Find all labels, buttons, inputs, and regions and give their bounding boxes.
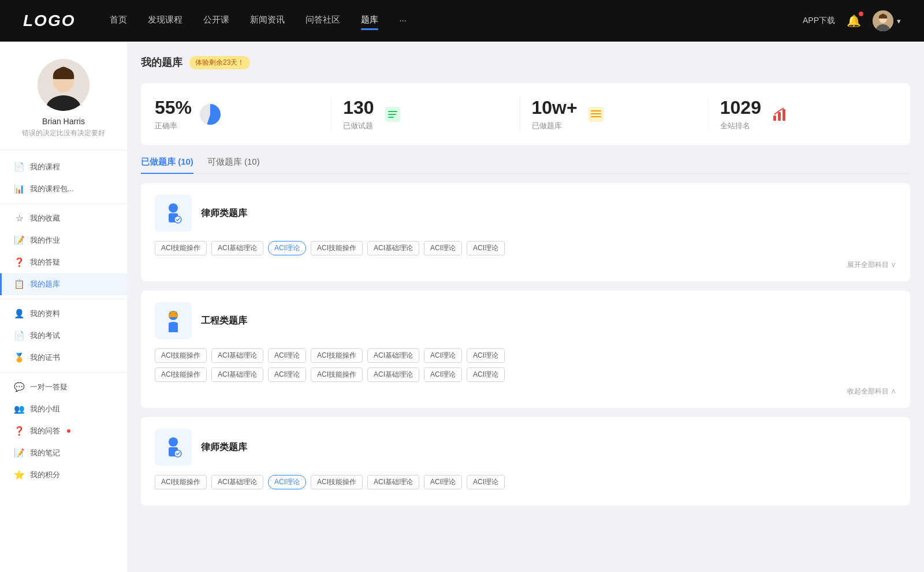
bank-name-lawyer-1: 律师类题库 (201, 207, 247, 220)
nav-links: 首页 发现课程 公开课 新闻资讯 问答社区 题库 ··· (110, 14, 803, 28)
tags-lawyer-1: ACI技能操作 ACI基础理论 ACI理论 ACI技能操作 ACI基础理论 AC… (155, 241, 896, 255)
sidebar-item-favorites[interactable]: ☆ 我的收藏 (0, 207, 127, 229)
tag-1-5[interactable]: ACI基础理论 (367, 241, 419, 255)
tag-1-7[interactable]: ACI理论 (467, 241, 505, 255)
tag-2-13[interactable]: ACI理论 (424, 367, 462, 382)
stat-done-questions: 130 已做试题 (331, 97, 520, 131)
tag-1-1[interactable]: ACI技能操作 (155, 241, 207, 255)
sidebar-item-profile[interactable]: 👤 我的资料 (0, 303, 127, 325)
sidebar-label-cert: 我的证书 (30, 352, 60, 363)
bank-header-engineer: 工程类题库 (155, 302, 896, 339)
done-b-label: 已做题库 (532, 121, 578, 131)
tag-2-8[interactable]: ACI技能操作 (155, 367, 207, 382)
sidebar-item-qa[interactable]: ❓ 我的答疑 (0, 251, 127, 273)
tag-2-2[interactable]: ACI基础理论 (211, 348, 263, 363)
tab-done-banks[interactable]: 已做题库 (10) (141, 157, 193, 173)
nav-more[interactable]: ··· (399, 15, 407, 27)
collapse-btn-engineer[interactable]: 收起全部科目 ∧ (155, 387, 896, 396)
tag-1-6[interactable]: ACI理论 (424, 241, 462, 255)
sidebar-item-notes[interactable]: 📝 我的笔记 (0, 442, 127, 464)
trial-badge: 体验剩余23天！ (189, 56, 250, 69)
nav-discover[interactable]: 发现课程 (148, 14, 182, 28)
tag-2-1[interactable]: ACI技能操作 (155, 348, 207, 363)
lawyer-icon-2 (155, 429, 192, 466)
tag-2-12[interactable]: ACI基础理论 (367, 367, 419, 382)
user-avatar-menu[interactable]: ▾ (873, 10, 901, 31)
logo[interactable]: LOGO (23, 12, 75, 30)
sidebar-label-profile: 我的资料 (30, 309, 60, 319)
sidebar-item-one-on-one[interactable]: 💬 一对一答疑 (0, 376, 127, 398)
expand-btn-lawyer-1[interactable]: 展开全部科目 ∨ (155, 260, 896, 270)
engineer-icon (155, 302, 192, 339)
lawyer-icon-1 (155, 195, 192, 232)
svg-rect-7 (388, 111, 397, 112)
svg-rect-14 (773, 116, 776, 121)
svg-rect-15 (778, 112, 781, 121)
tag-1-3[interactable]: ACI理论 (268, 241, 306, 255)
qa-icon: ❓ (14, 257, 24, 268)
one-on-one-icon: 💬 (14, 382, 24, 392)
sidebar-label-questions: 我的问答 (30, 426, 60, 436)
nav-home[interactable]: 首页 (110, 14, 127, 28)
tag-3-7[interactable]: ACI理论 (467, 475, 505, 489)
sidebar-item-exam[interactable]: 📄 我的考试 (0, 325, 127, 347)
tag-2-3[interactable]: ACI理论 (268, 348, 306, 363)
tag-3-2[interactable]: ACI基础理论 (211, 475, 263, 489)
profile-motto: 错误的决定比没有决定要好 (22, 128, 105, 138)
sidebar-item-questions[interactable]: ❓ 我的问答 (0, 420, 127, 442)
rank-icon (769, 104, 790, 125)
nav-qa[interactable]: 问答社区 (305, 14, 340, 28)
sidebar-item-cert[interactable]: 🏅 我的证书 (0, 347, 127, 369)
tag-2-11[interactable]: ACI技能操作 (311, 367, 363, 382)
tag-3-6[interactable]: ACI理论 (424, 475, 462, 489)
sidebar-item-points[interactable]: ⭐ 我的积分 (0, 464, 127, 486)
tab-available-banks[interactable]: 可做题库 (10) (207, 157, 260, 173)
avatar (873, 10, 893, 31)
sidebar-item-group[interactable]: 👥 我的小组 (0, 398, 127, 420)
tag-2-6[interactable]: ACI理论 (424, 348, 462, 363)
nav-bank[interactable]: 题库 (361, 14, 378, 28)
rank-value: 1029 (720, 97, 761, 118)
top-navigation: LOGO 首页 发现课程 公开课 新闻资讯 问答社区 题库 ··· APP下载 … (0, 0, 924, 42)
bank-header-lawyer-2: 律师类题库 (155, 429, 896, 466)
sidebar-item-courses[interactable]: 📄 我的课程 (0, 156, 127, 178)
sidebar-label-bank: 我的题库 (30, 279, 60, 289)
cert-icon: 🏅 (14, 352, 24, 363)
nav-news[interactable]: 新闻资讯 (250, 14, 285, 28)
stats-row: 55% 正确率 130 已做试题 (141, 83, 910, 145)
tag-2-5[interactable]: ACI基础理论 (367, 348, 419, 363)
tag-1-2[interactable]: ACI基础理论 (211, 241, 263, 255)
profile-name: Brian Harris (42, 117, 85, 126)
done-q-icon (382, 104, 403, 125)
accuracy-values: 55% 正确率 (155, 97, 192, 131)
divider-3 (0, 372, 127, 373)
sidebar-label-favorites: 我的收藏 (30, 213, 60, 224)
sidebar-item-packages[interactable]: 📊 我的课程包... (0, 178, 127, 200)
nav-open-course[interactable]: 公开课 (203, 14, 229, 28)
homework-icon: 📝 (14, 235, 24, 246)
tag-1-4[interactable]: ACI技能操作 (311, 241, 363, 255)
notification-bell[interactable]: 🔔 (847, 14, 861, 28)
tag-2-10[interactable]: ACI理论 (268, 367, 306, 382)
tag-3-1[interactable]: ACI技能操作 (155, 475, 207, 489)
sidebar-item-homework[interactable]: 📝 我的作业 (0, 229, 127, 251)
tag-3-3[interactable]: ACI理论 (268, 475, 306, 489)
stat-accuracy: 55% 正确率 (155, 97, 331, 131)
sidebar-label-one-on-one: 一对一答疑 (30, 382, 68, 392)
accuracy-icon (200, 104, 221, 125)
tag-2-4[interactable]: ACI技能操作 (311, 348, 363, 363)
svg-point-23 (169, 437, 178, 447)
app-download-btn[interactable]: APP下载 (803, 16, 835, 26)
sidebar-label-homework: 我的作业 (30, 235, 60, 246)
bank-card-lawyer-1: 律师类题库 ACI技能操作 ACI基础理论 ACI理论 ACI技能操作 ACI基… (141, 183, 910, 281)
tag-3-5[interactable]: ACI基础理论 (367, 475, 419, 489)
tag-2-7[interactable]: ACI理论 (467, 348, 505, 363)
svg-rect-9 (388, 117, 394, 118)
profile-section: Brian Harris 错误的决定比没有决定要好 (0, 53, 127, 150)
sidebar-label-qa: 我的答疑 (30, 257, 60, 268)
tag-2-9[interactable]: ACI基础理论 (211, 367, 263, 382)
tag-3-4[interactable]: ACI技能操作 (311, 475, 363, 489)
content-area: 我的题库 体验剩余23天！ 55% 正确率 130 已做试题 (127, 42, 924, 572)
tag-2-14[interactable]: ACI理论 (467, 367, 505, 382)
sidebar-item-bank[interactable]: 📋 我的题库 (0, 273, 127, 295)
